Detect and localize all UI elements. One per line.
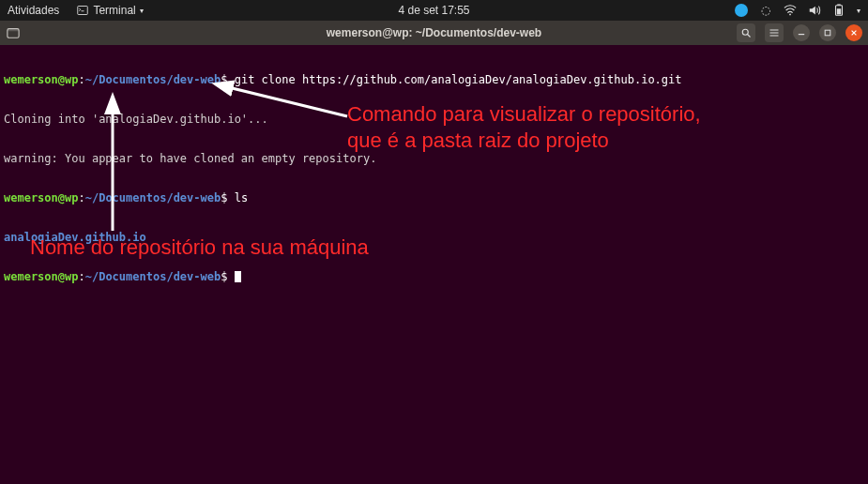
chevron-down-icon: ▾ [140,7,144,15]
alert-icon[interactable]: ◌ [759,4,772,17]
prompt-sep: : [78,270,84,283]
prompt-user: wemerson@wp [4,270,78,283]
terminal-line: wemerson@wp:~/Documentos/dev-web$ ls [4,191,864,204]
command-text [227,270,234,283]
system-top-bar: Atividades Terminal ▾ 4 de set 17:55 ◌ ▾ [0,0,868,21]
prompt-user: wemerson@wp [4,191,78,204]
search-button[interactable] [737,23,755,42]
svg-point-7 [742,29,748,35]
app-menu[interactable]: Terminal ▾ [76,4,143,17]
volume-icon[interactable] [808,4,821,17]
svg-rect-4 [837,8,841,14]
directory-name: analogiaDev.github.io [4,231,146,244]
command-text: ls [235,191,248,204]
prompt-sep: : [78,191,84,204]
svg-rect-0 [78,7,88,15]
window-titlebar: wemerson@wp: ~/Documentos/dev-web [0,21,868,45]
terminal-icon [76,4,89,17]
terminal-line: wemerson@wp:~/Documentos/dev-web$ [4,270,864,283]
prompt-path: ~/Documentos/dev-web [85,191,221,204]
hamburger-menu-button[interactable] [765,23,784,42]
telegram-icon[interactable] [735,4,748,17]
activities-button[interactable]: Atividades [8,4,59,17]
svg-rect-8 [825,30,830,36]
battery-icon[interactable] [832,4,845,17]
command-text: git clone https://github.com/analogiaDev… [235,73,682,86]
prompt-sep: : [78,73,84,86]
svg-rect-6 [8,29,19,32]
wifi-icon[interactable] [784,4,797,17]
svg-point-1 [789,14,791,16]
svg-rect-3 [837,4,841,5]
app-menu-label: Terminal [93,4,135,17]
maximize-button[interactable] [819,24,836,41]
command-text [227,73,234,86]
terminal-output: Cloning into 'analogiaDev.github.io'... [4,113,864,126]
prompt-user: wemerson@wp [4,73,78,86]
minimize-button[interactable] [793,24,810,41]
close-button[interactable] [845,24,862,41]
terminal-output: warning: You appear to have cloned an em… [4,152,864,165]
prompt-path: ~/Documentos/dev-web [85,270,221,283]
prompt-path: ~/Documentos/dev-web [85,73,221,86]
window-title: wemerson@wp: ~/Documentos/dev-web [327,26,541,39]
clock[interactable]: 4 de set 17:55 [398,4,469,17]
terminal-viewport[interactable]: wemerson@wp:~/Documentos/dev-web$ git cl… [0,45,868,484]
command-text [227,191,234,204]
terminal-output: analogiaDev.github.io [4,231,864,244]
system-menu-chevron-icon[interactable]: ▾ [857,7,860,15]
new-tab-button[interactable] [6,25,21,40]
cursor [235,271,241,282]
terminal-line: wemerson@wp:~/Documentos/dev-web$ git cl… [4,73,864,86]
